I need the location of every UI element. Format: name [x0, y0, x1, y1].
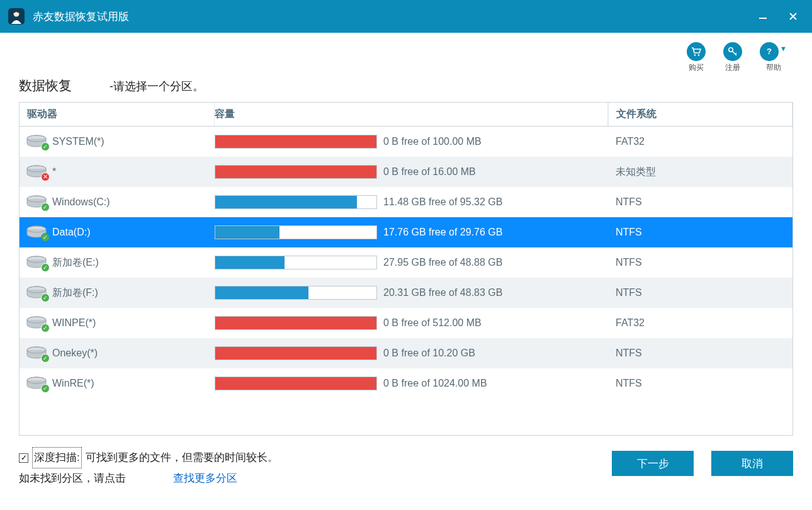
error-badge-icon: ✕ [41, 173, 50, 181]
usage-bar [215, 316, 377, 330]
drive-icon: ✓ [26, 316, 47, 330]
drive-table: 驱动器 容量 文件系统 ✓SYSTEM(*)0 B free of 100.00… [19, 102, 793, 436]
filesystem-text: NTFS [608, 196, 792, 208]
drive-icon: ✓ [26, 377, 47, 390]
filesystem-text: NTFS [608, 348, 792, 359]
drive-icon: ✕ [26, 165, 47, 179]
app-icon [8, 8, 25, 25]
drive-row[interactable]: ✓新加卷(F:)20.31 GB free of 48.83 GBNTFS [20, 278, 792, 308]
ok-badge-icon: ✓ [41, 324, 50, 332]
ok-badge-icon: ✓ [41, 384, 50, 393]
capacity-text: 20.31 GB free of 48.83 GB [383, 287, 502, 298]
drive-name: Onekey(*) [52, 348, 98, 359]
drive-name: SYSTEM(*) [52, 136, 104, 147]
table-header: 驱动器 容量 文件系统 [20, 103, 792, 127]
ok-badge-icon: ✓ [41, 203, 50, 212]
drive-name: WINPE(*) [52, 317, 96, 329]
filesystem-text: FAT32 [608, 136, 792, 147]
filesystem-text: NTFS [608, 378, 792, 389]
page-subtitle: -请选择一个分区。 [110, 79, 204, 94]
titlebar: 赤友数据恢复试用版 [0, 0, 812, 33]
drive-icon: ✓ [26, 346, 47, 360]
drive-row[interactable]: ✓WinRE(*)0 B free of 1024.00 MBNTFS [20, 368, 792, 399]
question-icon: ? [760, 42, 779, 61]
svg-line-9 [735, 53, 736, 54]
window-controls [757, 10, 804, 23]
drive-name: WinRE(*) [52, 378, 94, 389]
drive-icon: ✓ [26, 195, 47, 209]
capacity-text: 0 B free of 100.00 MB [383, 136, 482, 147]
help-label: 帮助 [766, 62, 781, 73]
drive-row[interactable]: ✓SYSTEM(*)0 B free of 100.00 MBFAT32 [20, 127, 792, 157]
capacity-text: 0 B free of 512.00 MB [383, 317, 482, 329]
column-capacity[interactable]: 容量 [215, 103, 608, 126]
filesystem-text: NTFS [608, 227, 792, 238]
capacity-text: 0 B free of 1024.00 MB [383, 378, 487, 389]
deep-scan-desc: 可找到更多的文件，但需要的时间较长。 [86, 448, 278, 468]
drive-name: Windows(C:) [52, 196, 110, 208]
drive-icon: ✓ [26, 286, 47, 300]
drive-row[interactable]: ✓新加卷(E:)27.95 GB free of 48.88 GBNTFS [20, 247, 792, 278]
register-label: 注册 [725, 62, 740, 73]
usage-bar [215, 377, 377, 390]
usage-bar [215, 135, 377, 149]
usage-bar [215, 286, 377, 300]
drive-row[interactable]: ✓Onekey(*)0 B free of 10.20 GBNTFS [20, 338, 792, 368]
drive-row[interactable]: ✓Data(D:)17.76 GB free of 29.76 GBNTFS [20, 217, 792, 247]
capacity-text: 0 B free of 10.20 GB [383, 348, 475, 359]
drive-name: Data(D:) [52, 227, 90, 238]
column-drive[interactable]: 驱动器 [20, 103, 215, 126]
usage-bar [215, 225, 377, 239]
drive-icon: ✓ [26, 135, 47, 149]
ok-badge-icon: ✓ [41, 293, 50, 302]
deep-scan-label: 深度扫描: [32, 447, 82, 468]
footer-buttons: 下一步 取消 [612, 451, 793, 476]
footer: ✓ 深度扫描: 可找到更多的文件，但需要的时间较长。 如未找到分区，请点击 查找… [0, 436, 812, 502]
filesystem-text: 未知类型 [608, 166, 792, 179]
drive-name: 新加卷(E:) [52, 256, 99, 269]
drive-name: 新加卷(F:) [52, 286, 98, 300]
drive-row[interactable]: ✓Windows(C:)11.48 GB free of 95.32 GBNTF… [20, 187, 792, 217]
page-header: 数据恢复 -请选择一个分区。 [0, 77, 812, 102]
footer-left: ✓ 深度扫描: 可找到更多的文件，但需要的时间较长。 如未找到分区，请点击 查找… [19, 447, 278, 489]
svg-text:?: ? [767, 47, 772, 56]
buy-label: 购买 [689, 62, 704, 73]
capacity-text: 27.95 GB free of 48.88 GB [383, 257, 502, 268]
buy-button[interactable]: 购买 [687, 42, 706, 73]
chevron-down-icon: ▼ [780, 45, 787, 52]
next-button[interactable]: 下一步 [612, 451, 694, 476]
cancel-button[interactable]: 取消 [711, 451, 793, 476]
svg-point-5 [694, 54, 696, 56]
drive-icon: ✓ [26, 256, 47, 269]
content-area: 购买 注册 ? ▼ 帮助 数据恢复 -请选择一个分区。 [0, 33, 812, 510]
filesystem-text: NTFS [608, 287, 792, 298]
column-filesystem[interactable]: 文件系统 [608, 103, 792, 126]
ok-badge-icon: ✓ [41, 142, 50, 151]
svg-point-7 [729, 47, 733, 51]
usage-bar [215, 346, 377, 360]
usage-bar [215, 165, 377, 179]
filesystem-text: FAT32 [608, 317, 792, 329]
drive-row[interactable]: ✓WINPE(*)0 B free of 512.00 MBFAT32 [20, 308, 792, 338]
deep-scan-checkbox[interactable]: ✓ [19, 453, 28, 463]
find-more-link[interactable]: 查找更多分区 [173, 472, 237, 484]
table-body: ✓SYSTEM(*)0 B free of 100.00 MBFAT32✕*0 … [20, 127, 792, 435]
help-button[interactable]: ? ▼ 帮助 [760, 42, 787, 73]
ok-badge-icon: ✓ [41, 354, 50, 363]
toolbar: 购买 注册 ? ▼ 帮助 [0, 33, 812, 77]
minimize-button[interactable] [757, 10, 769, 23]
drive-name: * [52, 166, 56, 178]
cart-icon [687, 42, 706, 61]
svg-point-6 [698, 54, 700, 56]
drive-row[interactable]: ✕*0 B free of 16.00 MB未知类型 [20, 157, 792, 187]
close-button[interactable] [787, 10, 799, 23]
ok-badge-icon: ✓ [41, 263, 50, 272]
register-button[interactable]: 注册 [723, 42, 742, 73]
capacity-text: 11.48 GB free of 95.32 GB [383, 196, 502, 208]
not-found-text: 如未找到分区，请点击 [19, 472, 126, 484]
app-window: 赤友数据恢复试用版 购买 注册 [0, 0, 812, 510]
capacity-text: 0 B free of 16.00 MB [383, 166, 476, 178]
ok-badge-icon: ✓ [41, 233, 50, 242]
capacity-text: 17.76 GB free of 29.76 GB [383, 227, 502, 238]
key-icon [723, 42, 742, 61]
